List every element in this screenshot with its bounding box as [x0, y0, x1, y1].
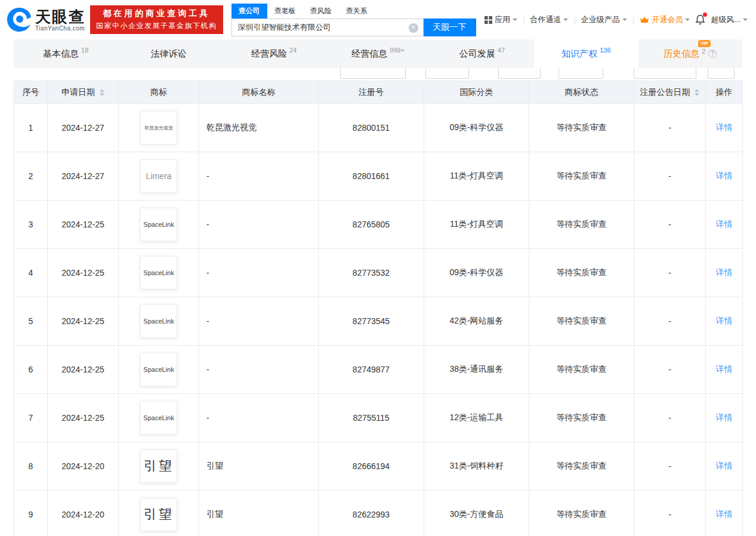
cell-intl-class: 11类-灯具空调 [424, 152, 529, 201]
trademark-image[interactable]: Limera [140, 159, 177, 193]
cell-application-date: 2024-12-25 [48, 346, 119, 394]
cell-registration-number: 82749877 [319, 346, 424, 394]
cell-intl-class: 30类-方便食品 [424, 491, 529, 536]
cell-trademark-image: SpaceLink [119, 346, 199, 394]
tab-intellectual-property[interactable]: 知识产权 136 [534, 39, 638, 68]
cell-registration-number: 82801661 [319, 152, 424, 201]
logo[interactable]: 天眼查 TianYanCha.com [6, 7, 85, 33]
cell-action: 详情 [706, 249, 743, 297]
detail-link[interactable]: 详情 [716, 316, 733, 325]
cell-intl-class: 31类-饲料种籽 [424, 442, 529, 491]
search-input[interactable] [232, 19, 423, 36]
trademark-image[interactable]: SpaceLink [140, 401, 177, 435]
cell-application-date: 2024-12-27 [48, 104, 119, 152]
tab-basic-info[interactable]: 基本信息 18 [14, 39, 118, 68]
detail-link[interactable]: 详情 [716, 461, 733, 470]
nav-partner-channel[interactable]: 合作通道 [530, 14, 568, 25]
cell-application-date: 2024-12-25 [48, 394, 119, 442]
question-icon[interactable]: ? [708, 50, 717, 58]
nav-apps-label: 应用 [495, 14, 510, 25]
cell-trademark-image: SpaceLink [119, 297, 199, 346]
cell-registration-number: 82773545 [319, 297, 424, 346]
cell-trademark-name: - [199, 152, 319, 201]
search-tab-relation[interactable]: 查关系 [339, 4, 375, 19]
filter-dropdown[interactable] [708, 68, 735, 79]
filter-dropdown[interactable] [558, 68, 603, 79]
filter-dropdown[interactable] [425, 68, 469, 79]
chevron-down-icon [622, 19, 627, 23]
tab-business-info[interactable]: 经营信息 999+ [326, 39, 430, 68]
cell-index: 3 [14, 201, 48, 249]
clear-input-icon[interactable]: × [409, 23, 418, 33]
detail-link[interactable]: 详情 [716, 364, 733, 374]
tab-legal-litigation[interactable]: 法律诉讼 [118, 39, 221, 68]
cell-publication-date: - [634, 491, 706, 536]
cell-index: 7 [14, 394, 48, 442]
header-publication-date[interactable]: 注册公告日期 [634, 81, 706, 104]
tab-business-risk[interactable]: 经营风险 24 [222, 39, 326, 68]
cell-index: 2 [14, 152, 48, 201]
search-tabs: 查公司 查老板 查风险 查关系 [232, 4, 476, 19]
sort-icon[interactable] [100, 87, 104, 98]
cell-action: 详情 [706, 394, 743, 442]
detail-link[interactable]: 详情 [716, 171, 733, 180]
detail-link[interactable]: 详情 [716, 412, 733, 422]
cell-status: 等待实质审查 [529, 201, 634, 249]
trademark-image[interactable]: SpaceLink [140, 353, 177, 386]
header-application-date[interactable]: 申请日期 [48, 81, 119, 104]
promo-badge: 都在用的商业查询工具 国家中小企业发展子基金旗下机构 [90, 5, 223, 34]
tab-count: 47 [498, 47, 505, 54]
table-row: 3 2024-12-25 SpaceLink - 82765805 11类-灯具… [14, 201, 743, 249]
detail-link[interactable]: 详情 [716, 509, 733, 519]
crown-icon [640, 16, 649, 23]
tab-company-development[interactable]: 公司发展 47 [430, 39, 534, 68]
search-area: 查公司 查老板 查风险 查关系 × 天眼一下 [232, 4, 476, 36]
table-row: 5 2024-12-25 SpaceLink - 82773545 42类-网站… [14, 297, 743, 346]
cell-action: 详情 [706, 346, 743, 394]
trademark-image[interactable]: 引望 [140, 498, 177, 531]
cell-registration-number: 82755115 [319, 394, 424, 442]
trademark-image[interactable]: SpaceLink [140, 304, 177, 338]
cell-trademark-name: 乾昆激光视觉 [199, 104, 319, 152]
cell-intl-class: 38类-通讯服务 [424, 346, 529, 394]
nav-enterprise-products[interactable]: 企业级产品 [581, 14, 627, 25]
trademark-image[interactable]: 引望 [140, 449, 177, 483]
nav-super-risk[interactable]: 超级风... [711, 14, 748, 25]
cell-index: 9 [14, 491, 48, 536]
tab-history-info[interactable]: 历史信息 VIP 2 ? [638, 39, 742, 68]
detail-link[interactable]: 详情 [716, 122, 733, 132]
cell-status: 等待实质审查 [529, 152, 634, 201]
cell-publication-date: - [634, 346, 706, 394]
filter-dropdown[interactable] [340, 68, 406, 79]
nav-apps[interactable]: 应用 [485, 14, 517, 25]
cell-status: 等待实质审查 [529, 104, 634, 152]
search-button[interactable]: 天眼一下 [424, 19, 476, 36]
search-tab-boss[interactable]: 查老板 [267, 4, 303, 19]
cell-trademark-image: SpaceLink [119, 201, 199, 249]
trademark-image[interactable]: 乾昆激光视觉 [140, 111, 177, 144]
search-tab-company[interactable]: 查公司 [232, 4, 267, 19]
filter-dropdown[interactable] [498, 68, 541, 79]
filter-dropdown[interactable] [634, 68, 696, 79]
detail-link[interactable]: 详情 [716, 267, 733, 277]
cell-publication-date: - [634, 249, 706, 297]
logo-subtitle: TianYanCha.com [35, 25, 85, 32]
tab-count: 999+ [390, 47, 405, 54]
trademark-image[interactable]: SpaceLink [140, 256, 177, 289]
cell-trademark-name: 引望 [199, 491, 319, 536]
notifications-bell[interactable] [695, 14, 705, 25]
nav-open-membership[interactable]: 开通会员 [640, 14, 690, 25]
cell-index: 8 [14, 442, 48, 491]
header-index: 序号 [14, 81, 48, 104]
sort-icon[interactable] [695, 87, 699, 98]
search-tab-risk[interactable]: 查风险 [303, 4, 339, 19]
cell-trademark-name: - [199, 201, 319, 249]
cell-publication-date: - [634, 104, 706, 152]
cell-index: 5 [14, 297, 48, 346]
chevron-down-icon [743, 19, 748, 23]
detail-link[interactable]: 详情 [716, 219, 733, 229]
cell-trademark-name: - [199, 346, 319, 394]
tab-count: 24 [289, 47, 297, 54]
cell-action: 详情 [706, 491, 743, 536]
trademark-image[interactable]: SpaceLink [140, 208, 177, 241]
